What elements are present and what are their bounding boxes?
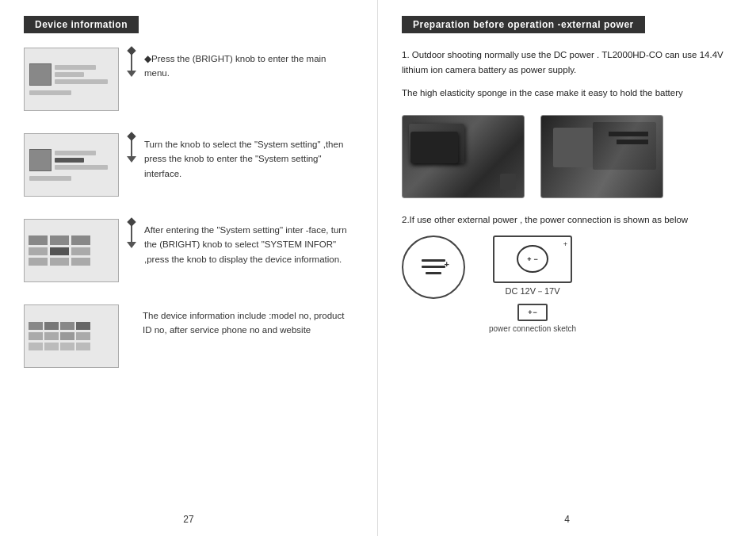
- info-text-3: After entering the "System setting" inte…: [144, 219, 353, 266]
- left-section-header: Device information: [24, 16, 353, 48]
- info-row-1: ◆Press the (BRIGHT) knob to enter the ma…: [24, 48, 353, 111]
- info-row-2: Turn the knob to select the "System sett…: [24, 133, 353, 197]
- screen-thumb-3: [24, 219, 119, 282]
- left-page-number: 27: [183, 514, 193, 525]
- right-page-number: 4: [564, 514, 570, 525]
- screen-thumb-4: [24, 304, 119, 368]
- right-para1: 1. Outdoor shooting normally use the DC …: [402, 48, 732, 78]
- left-panel: Device information: [0, 0, 378, 536]
- photo-battery-2: [540, 115, 663, 198]
- arrow-icon-1: [127, 48, 136, 77]
- circle-plus-sign: +: [445, 259, 449, 269]
- info-text-4: The device information include :model no…: [143, 304, 353, 338]
- rect-connector: + + −: [493, 235, 572, 283]
- screen-thumb-2: [24, 133, 119, 197]
- right-para3: 2.If use other external power , the powe…: [402, 212, 732, 228]
- right-panel: Preparation before operation -external p…: [378, 0, 756, 536]
- info-text-2: Turn the knob to select the "System sett…: [144, 133, 353, 181]
- circle-connector-diagram: +: [402, 235, 465, 299]
- photo-row: [402, 115, 732, 198]
- circle-outer: +: [402, 235, 465, 299]
- right-section-header: Preparation before operation -external p…: [402, 16, 732, 48]
- info-text-1: ◆Press the (BRIGHT) knob to enter the ma…: [144, 48, 353, 81]
- dc-connector-area: + + − DC 12V－17V + − power connection sk…: [489, 235, 576, 333]
- right-para2: The high elasticity sponge in the case m…: [402, 86, 732, 101]
- small-connector-area: + − power connection sketch: [489, 304, 576, 333]
- connector-label: power connection sketch: [489, 324, 576, 333]
- photo-battery-1: [402, 115, 525, 198]
- small-connector: + −: [517, 304, 548, 321]
- arrow-icon-3: [127, 219, 136, 248]
- info-row-4: The device information include :model no…: [24, 304, 353, 368]
- plus-sign: +: [563, 240, 567, 248]
- screen-thumb-1: [24, 48, 119, 111]
- info-row-3: After entering the "System setting" inte…: [24, 219, 353, 282]
- diagram-row: + + + − DC 12V－17V + −: [402, 235, 732, 333]
- arrow-icon-2: [127, 133, 136, 163]
- dc-voltage-label: DC 12V－17V: [505, 285, 559, 297]
- rect-inner-connector: + −: [517, 245, 548, 273]
